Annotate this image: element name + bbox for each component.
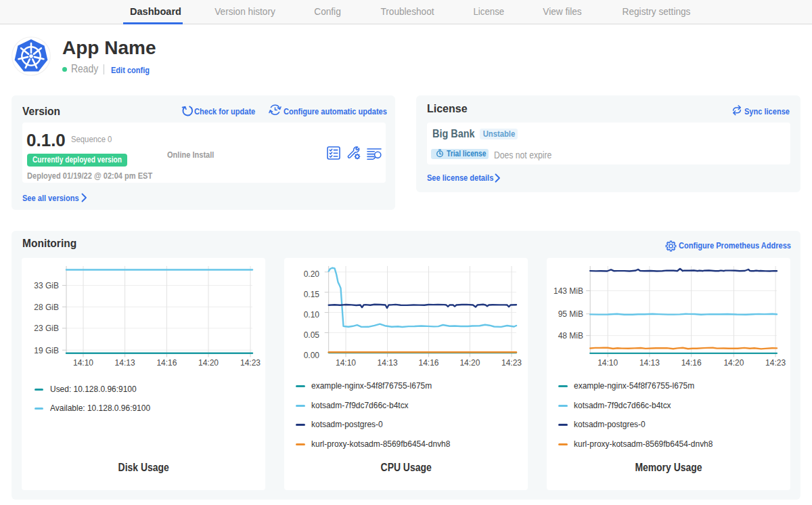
svg-text:14:16: 14:16 [418, 358, 438, 368]
svg-text:0.00: 0.00 [304, 351, 320, 360]
svg-text:14:16: 14:16 [156, 358, 177, 368]
svg-text:14:13: 14:13 [115, 358, 135, 368]
svg-text:14:13: 14:13 [639, 358, 660, 368]
svg-text:14:23: 14:23 [765, 358, 786, 368]
svg-text:19 GiB: 19 GiB [34, 346, 59, 355]
svg-text:14:20: 14:20 [723, 358, 744, 368]
svg-text:14:20: 14:20 [198, 358, 219, 368]
svg-text:14:23: 14:23 [501, 358, 522, 368]
svg-text:14:13: 14:13 [378, 358, 398, 368]
svg-text:0.05: 0.05 [304, 330, 320, 340]
svg-text:14:20: 14:20 [459, 358, 480, 368]
svg-text:28 GiB: 28 GiB [34, 303, 59, 312]
svg-text:48 MiB: 48 MiB [558, 331, 583, 341]
svg-text:0.15: 0.15 [304, 290, 320, 299]
svg-text:143 MiB: 143 MiB [554, 286, 583, 296]
svg-text:33 GiB: 33 GiB [34, 281, 59, 290]
svg-text:23 GiB: 23 GiB [34, 324, 59, 333]
svg-text:14:23: 14:23 [240, 358, 261, 368]
svg-text:0.10: 0.10 [304, 310, 320, 320]
svg-text:14:10: 14:10 [336, 358, 356, 368]
svg-text:0.20: 0.20 [304, 269, 320, 279]
svg-text:14:10: 14:10 [73, 358, 93, 368]
svg-text:95 MiB: 95 MiB [558, 309, 583, 319]
svg-text:14:16: 14:16 [681, 358, 702, 368]
svg-text:14:10: 14:10 [597, 358, 618, 368]
